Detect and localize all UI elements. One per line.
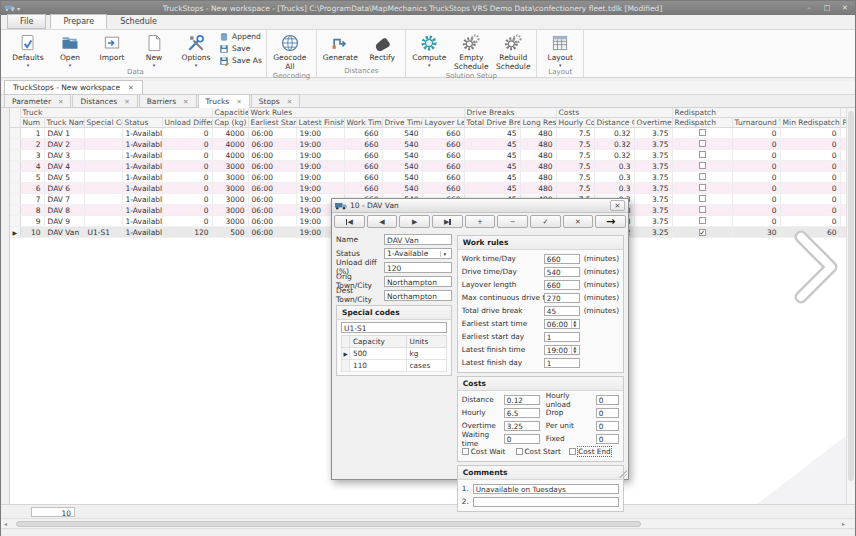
open-button[interactable]: Open▾: [49, 31, 91, 67]
column-header-distance-cost[interactable]: Distance Cost: [594, 118, 634, 128]
rebuild-schedule-button[interactable]: Rebuild Schedule: [492, 31, 534, 71]
cell-unload-differential[interactable]: 0: [162, 216, 212, 227]
dialog-close-button[interactable]: ✕: [610, 200, 625, 211]
generate-button[interactable]: Generate: [319, 31, 361, 66]
cell-min-redispatch-time[interactable]: 0: [780, 161, 840, 172]
cell-cap-kg[interactable]: 3000: [212, 183, 248, 194]
cell-work-time[interactable]: 660: [344, 150, 382, 161]
column-header-status[interactable]: Status: [122, 118, 162, 128]
cell-special-codes[interactable]: [84, 150, 122, 161]
latest-finish-day-input[interactable]: 1: [544, 358, 580, 368]
cell-latest-finish-time[interactable]: 19:00: [296, 172, 344, 183]
cell-status[interactable]: 1-Available: [122, 216, 162, 227]
cell-turnaround-time[interactable]: 30: [732, 227, 780, 238]
workspace-tab-close-icon[interactable]: ✕: [128, 84, 134, 92]
cell-total-drive-break[interactable]: 45: [464, 139, 520, 150]
prev-record-button[interactable]: ◀: [367, 215, 398, 228]
tab-distances[interactable]: Distances✕: [72, 94, 137, 107]
cell-min-redispatch-time[interactable]: 0: [780, 216, 840, 227]
row-selector[interactable]: [10, 216, 20, 227]
redispatch-checkbox[interactable]: ✓: [699, 229, 706, 236]
cell-truck-name[interactable]: DAV 7: [44, 194, 84, 205]
cell-unload-differential[interactable]: 0: [162, 205, 212, 216]
next-record-button[interactable]: ▶: [399, 215, 430, 228]
cell-drive-time[interactable]: 540: [382, 150, 422, 161]
earliest-start-time-input[interactable]: ▲ ▼06:00: [544, 319, 580, 329]
empty-schedule-button[interactable]: Empty Schedule: [450, 31, 492, 71]
cell-hourly-cost[interactable]: 7.5: [556, 128, 594, 139]
cell-work-time[interactable]: 660: [344, 161, 382, 172]
cell-distance-cost[interactable]: 0.3: [594, 161, 634, 172]
new-button[interactable]: New▾: [133, 31, 175, 67]
cell-layover-len[interactable]: 660: [422, 172, 464, 183]
defaults-button[interactable]: Defaults▾: [7, 31, 49, 67]
delete-record-button[interactable]: −: [497, 215, 528, 228]
cell-earliest-start-time[interactable]: 06:00: [248, 216, 296, 227]
record-count-box[interactable]: 10: [31, 507, 75, 517]
maximize-button[interactable]: □: [819, 3, 835, 14]
cell-truck-name[interactable]: DAV 8: [44, 205, 84, 216]
cell-hourly-cost[interactable]: 7.5: [556, 172, 594, 183]
cell-distance-cost[interactable]: 0.3: [594, 183, 634, 194]
row-selector[interactable]: [10, 205, 20, 216]
horizontal-scrollbar[interactable]: ◂ ▸: [1, 518, 855, 528]
cell-overtime-cost[interactable]: 3.25: [634, 227, 672, 238]
cell-unload-differential[interactable]: 0: [162, 139, 212, 150]
cell-num[interactable]: 7: [20, 194, 44, 205]
cell-num[interactable]: 6: [20, 183, 44, 194]
cell-earliest-start-time[interactable]: 06:00: [248, 227, 296, 238]
column-header-num[interactable]: Num: [20, 118, 44, 128]
checkbox-box[interactable]: [462, 448, 469, 455]
cell-unload-differential[interactable]: 0: [162, 172, 212, 183]
truck-row-3[interactable]: 3DAV 31-Available0400006:0019:0066054066…: [10, 150, 847, 161]
cell-earliest-start-time[interactable]: 06:00: [248, 150, 296, 161]
column-header-total-drive-break[interactable]: Total Drive Break: [464, 118, 520, 128]
cell-drive-time[interactable]: 540: [382, 161, 422, 172]
cell-turnaround-time[interactable]: 0: [732, 216, 780, 227]
cell-overtime-cost[interactable]: 3.75: [634, 194, 672, 205]
quick-access-toolbar[interactable]: ▾: [1, 4, 24, 12]
cell-earliest-start-time[interactable]: 06:00: [248, 161, 296, 172]
cell-special-codes[interactable]: [84, 194, 122, 205]
redispatch-checkbox[interactable]: [699, 173, 706, 180]
redispatch-checkbox[interactable]: [699, 129, 706, 136]
cell-cap-kg[interactable]: 4000: [212, 139, 248, 150]
cell-min-redispatch-time[interactable]: 0: [780, 205, 840, 216]
cell-truck-name[interactable]: DAV 6: [44, 183, 84, 194]
cell-layover-len[interactable]: 660: [422, 128, 464, 139]
cell-redispatch[interactable]: ✓: [672, 227, 732, 238]
cell-unload-differential[interactable]: 0: [162, 194, 212, 205]
column-header-unload-differential[interactable]: Unload Differential: [162, 118, 212, 128]
tab-parameter[interactable]: Parameter✕: [4, 94, 71, 107]
spinner-arrows-icon[interactable]: ▲ ▼: [571, 320, 578, 328]
redispatch-checkbox[interactable]: [699, 206, 706, 213]
checkbox-box[interactable]: [569, 448, 576, 455]
cell-drive-time[interactable]: 540: [382, 183, 422, 194]
tab-close-icon[interactable]: ✕: [58, 98, 63, 106]
cell-drive-time[interactable]: 540: [382, 128, 422, 139]
truck-row-1[interactable]: 1DAV 11-Available0400006:0019:0066054066…: [10, 128, 847, 139]
cell-total-drive-break[interactable]: 45: [464, 183, 520, 194]
cell-redispatch[interactable]: [672, 205, 732, 216]
cell-latest-finish-time[interactable]: 19:00: [296, 161, 344, 172]
earliest-start-day-input[interactable]: 1: [544, 332, 580, 342]
cell-long-rest[interactable]: 480: [520, 150, 556, 161]
cell-layover-len[interactable]: 660: [422, 150, 464, 161]
name-input[interactable]: DAV Van: [384, 234, 452, 245]
redispatch-checkbox[interactable]: [699, 217, 706, 224]
cell-redispatch[interactable]: [672, 194, 732, 205]
column-header-work-time[interactable]: Work Time/...: [344, 118, 382, 128]
cell-overtime-cost[interactable]: 3.75: [634, 139, 672, 150]
last-record-button[interactable]: ▶: [432, 215, 463, 228]
column-header-truck-name[interactable]: Truck Name: [44, 118, 84, 128]
cell-cap-kg[interactable]: 3000: [212, 161, 248, 172]
cell-special-codes[interactable]: [84, 205, 122, 216]
special-codes-input[interactable]: U1-S1: [341, 322, 447, 333]
cell-layover-len[interactable]: 660: [422, 139, 464, 150]
redispatch-checkbox[interactable]: [699, 151, 706, 158]
cell-overtime-cost[interactable]: 3.75: [634, 205, 672, 216]
cell-turnaround-time[interactable]: 0: [732, 172, 780, 183]
cell-cap-kg[interactable]: 3000: [212, 216, 248, 227]
cell-truck-name[interactable]: DAV 2: [44, 139, 84, 150]
cell-status[interactable]: 1-Available: [122, 183, 162, 194]
